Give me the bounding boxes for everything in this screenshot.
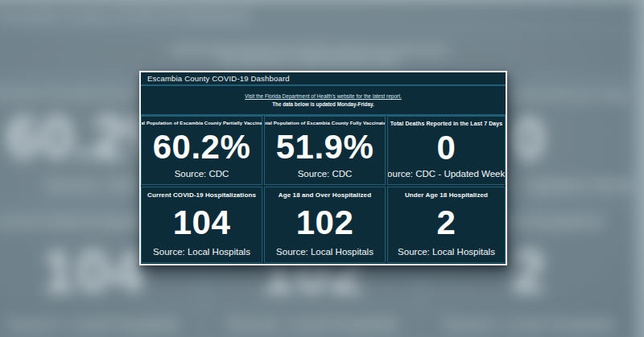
card-partially-vaccinated: Total Population of Escambia County Part… — [141, 116, 262, 185]
card-source: Source: Local Hospitals — [153, 247, 250, 257]
card-adult-hospitalized: Age 18 and Over Hospitalized 102 Source:… — [264, 187, 386, 263]
card-value: 104 — [173, 199, 231, 247]
dashboard-panel: Escambia County COVID-19 Dashboard Visit… — [139, 71, 507, 265]
card-value: 0 — [437, 126, 456, 169]
card-title: Current COVID-19 Hospitalizations — [147, 191, 256, 199]
card-source: Source: CDC - Updated Weekly — [387, 169, 506, 179]
card-value: 60.2% — [153, 125, 251, 169]
card-under-18-hospitalized: Under Age 18 Hospitalized 2 Source: Loca… — [387, 187, 506, 263]
card-source: Source: Local Hospitals — [398, 247, 495, 257]
card-source: Source: CDC — [298, 169, 353, 179]
card-deaths-7-days: Total Deaths Reported in the Last 7 Days… — [387, 116, 506, 185]
card-title: Under Age 18 Hospitalized — [405, 191, 488, 199]
card-title: Total Deaths Reported in the Last 7 Days — [390, 121, 503, 126]
card-value: 102 — [296, 199, 354, 247]
stat-cards-grid: Total Population of Escambia County Part… — [141, 116, 506, 264]
dashboard-header: Escambia County COVID-19 Dashboard — [141, 72, 506, 86]
card-title: Age 18 and Over Hospitalized — [279, 191, 371, 199]
doh-report-link[interactable]: Visit the Florida Department of Health's… — [245, 93, 402, 99]
page: Escambia County COVID-19 Dashboard Visit… — [0, 0, 644, 337]
card-source: Source: CDC — [175, 169, 229, 179]
card-current-hospitalizations: Current COVID-19 Hospitalizations 104 So… — [141, 187, 262, 263]
dashboard-title: Escambia County COVID-19 Dashboard — [147, 74, 290, 83]
update-note: The data below is updated Monday-Friday. — [272, 101, 374, 107]
card-value: 51.9% — [276, 125, 374, 169]
card-source: Source: Local Hospitals — [276, 247, 374, 257]
link-section: Visit the Florida Department of Health's… — [141, 86, 506, 116]
card-value: 2 — [437, 199, 456, 247]
card-fully-vaccinated: Total Population of Escambia County Full… — [264, 116, 386, 185]
